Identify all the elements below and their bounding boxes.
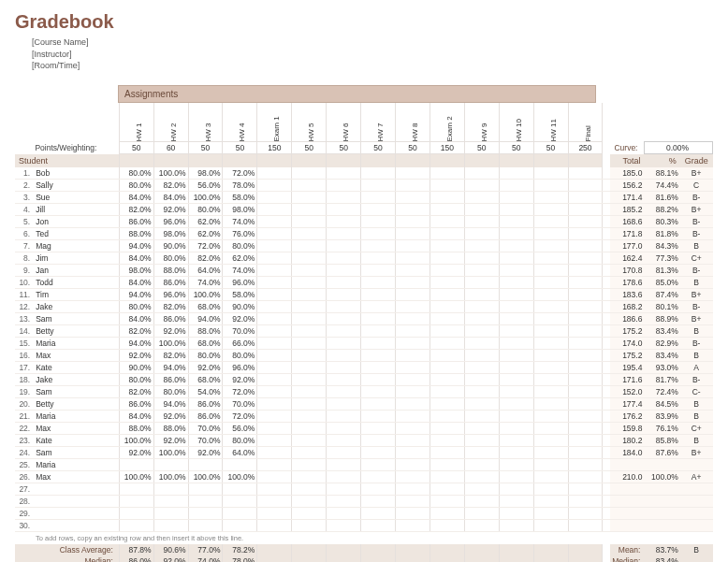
- student-name[interactable]: Max: [32, 350, 119, 362]
- score-cell[interactable]: [430, 313, 464, 325]
- score-cell[interactable]: [499, 313, 533, 325]
- student-name[interactable]: Jake: [32, 301, 119, 313]
- student-name[interactable]: [32, 520, 119, 532]
- score-cell[interactable]: [188, 496, 223, 508]
- score-cell[interactable]: 92.0%: [153, 435, 188, 447]
- score-cell[interactable]: [568, 496, 603, 508]
- score-cell[interactable]: [292, 338, 327, 350]
- score-cell[interactable]: [361, 508, 396, 520]
- score-cell[interactable]: 70.0%: [223, 325, 257, 338]
- score-cell[interactable]: [292, 435, 327, 447]
- score-cell[interactable]: [257, 313, 292, 325]
- score-cell[interactable]: [292, 520, 327, 532]
- score-cell[interactable]: [464, 386, 499, 398]
- score-cell[interactable]: [257, 508, 292, 520]
- score-cell[interactable]: 92.0%: [223, 374, 257, 386]
- score-cell[interactable]: 80.0%: [223, 435, 257, 447]
- score-cell[interactable]: [361, 423, 396, 435]
- score-cell[interactable]: [361, 447, 396, 459]
- score-cell[interactable]: [568, 216, 603, 228]
- score-cell[interactable]: [396, 471, 430, 483]
- score-cell[interactable]: [153, 508, 188, 520]
- score-cell[interactable]: 80.0%: [153, 386, 188, 398]
- score-cell[interactable]: [327, 374, 361, 386]
- score-cell[interactable]: 62.0%: [188, 216, 223, 228]
- score-cell[interactable]: 92.0%: [119, 350, 153, 362]
- score-cell[interactable]: [430, 362, 464, 374]
- score-cell[interactable]: [361, 204, 396, 216]
- score-cell[interactable]: [257, 459, 292, 471]
- score-cell[interactable]: [327, 496, 361, 508]
- score-cell[interactable]: [327, 386, 361, 398]
- score-cell[interactable]: [464, 204, 499, 216]
- score-cell[interactable]: [361, 398, 396, 411]
- score-cell[interactable]: [464, 508, 499, 520]
- score-cell[interactable]: [223, 459, 257, 471]
- score-cell[interactable]: [568, 520, 603, 532]
- score-cell[interactable]: [361, 325, 396, 338]
- score-cell[interactable]: [568, 265, 603, 277]
- score-cell[interactable]: [292, 277, 327, 289]
- score-cell[interactable]: [292, 265, 327, 277]
- score-cell[interactable]: 74.0%: [223, 265, 257, 277]
- score-cell[interactable]: [292, 483, 327, 496]
- score-cell[interactable]: [499, 350, 533, 362]
- score-cell[interactable]: 80.0%: [188, 204, 223, 216]
- score-cell[interactable]: 64.0%: [188, 265, 223, 277]
- score-cell[interactable]: [430, 265, 464, 277]
- score-cell[interactable]: [396, 216, 430, 228]
- score-cell[interactable]: [533, 301, 568, 313]
- score-cell[interactable]: [499, 216, 533, 228]
- score-cell[interactable]: [361, 313, 396, 325]
- student-name[interactable]: Sally: [32, 180, 119, 192]
- score-cell[interactable]: [499, 204, 533, 216]
- student-name[interactable]: Jill: [32, 204, 119, 216]
- score-cell[interactable]: [464, 216, 499, 228]
- score-cell[interactable]: [257, 374, 292, 386]
- score-cell[interactable]: 82.0%: [153, 180, 188, 192]
- score-cell[interactable]: 68.0%: [188, 374, 223, 386]
- score-cell[interactable]: 86.0%: [188, 398, 223, 411]
- score-cell[interactable]: [257, 216, 292, 228]
- score-cell[interactable]: 98.0%: [153, 228, 188, 240]
- score-cell[interactable]: [464, 252, 499, 265]
- score-cell[interactable]: 72.0%: [188, 240, 223, 252]
- student-name[interactable]: Max: [32, 423, 119, 435]
- score-cell[interactable]: [430, 204, 464, 216]
- score-cell[interactable]: [327, 313, 361, 325]
- score-cell[interactable]: [533, 471, 568, 483]
- score-cell[interactable]: [257, 435, 292, 447]
- score-cell[interactable]: [499, 398, 533, 411]
- score-cell[interactable]: [327, 471, 361, 483]
- score-cell[interactable]: [257, 398, 292, 411]
- score-cell[interactable]: [327, 338, 361, 350]
- score-cell[interactable]: [361, 338, 396, 350]
- score-cell[interactable]: [568, 508, 603, 520]
- score-cell[interactable]: [257, 483, 292, 496]
- score-cell[interactable]: [292, 496, 327, 508]
- score-cell[interactable]: [396, 325, 430, 338]
- score-cell[interactable]: 98.0%: [119, 265, 153, 277]
- score-cell[interactable]: 82.0%: [188, 252, 223, 265]
- score-cell[interactable]: [568, 447, 603, 459]
- score-cell[interactable]: [464, 325, 499, 338]
- score-cell[interactable]: [292, 374, 327, 386]
- score-cell[interactable]: [533, 313, 568, 325]
- score-cell[interactable]: [430, 277, 464, 289]
- score-cell[interactable]: [257, 252, 292, 265]
- score-cell[interactable]: [533, 483, 568, 496]
- score-cell[interactable]: 88.0%: [153, 265, 188, 277]
- score-cell[interactable]: 96.0%: [223, 362, 257, 374]
- student-name[interactable]: Kate: [32, 362, 119, 374]
- score-cell[interactable]: [257, 496, 292, 508]
- score-cell[interactable]: 80.0%: [223, 350, 257, 362]
- score-cell[interactable]: 84.0%: [119, 252, 153, 265]
- score-cell[interactable]: [568, 180, 603, 192]
- score-cell[interactable]: [533, 265, 568, 277]
- score-cell[interactable]: [430, 483, 464, 496]
- score-cell[interactable]: [568, 350, 603, 362]
- student-name[interactable]: Jake: [32, 374, 119, 386]
- score-cell[interactable]: [257, 423, 292, 435]
- score-cell[interactable]: [361, 374, 396, 386]
- score-cell[interactable]: [533, 204, 568, 216]
